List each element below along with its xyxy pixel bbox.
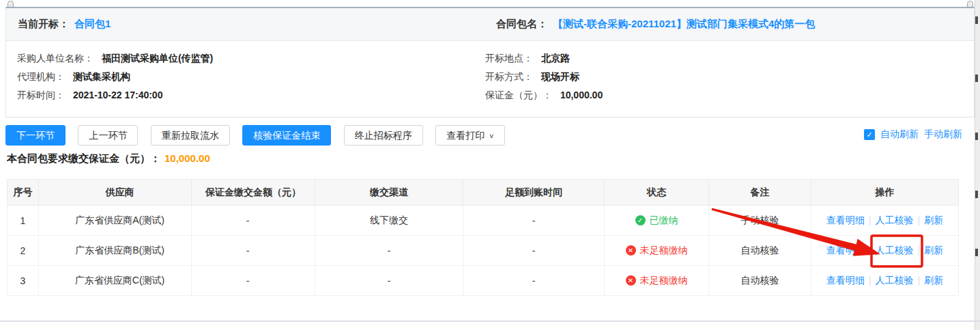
remark-cell: 自动核验 — [709, 266, 811, 296]
right-edge-strip — [975, 0, 980, 330]
opening-time-label: 开标时间： — [17, 90, 65, 100]
deposit-amount-cell: - — [192, 206, 315, 236]
refresh-link[interactable]: 刷新 — [924, 275, 943, 286]
payment-channel-cell: 线下缴交 — [315, 206, 463, 236]
opening-time-row: 开标时间： 2021-10-22 17:40:00 — [17, 86, 485, 105]
auto-refresh-checkbox[interactable]: ✓ — [864, 129, 875, 140]
status-text: 未足额缴纳 — [640, 245, 688, 257]
remark-cell: 手动核验 — [709, 206, 811, 236]
col-supplier: 供应商 — [39, 180, 192, 206]
agency-label: 代理机构： — [17, 71, 65, 82]
status-badge: ✓已缴纳 — [635, 215, 678, 227]
row-index: 3 — [8, 266, 39, 296]
col-index: 序号 — [8, 180, 39, 206]
deposit-amount-cell: - — [192, 266, 315, 296]
x-circle-icon: ✕ — [626, 275, 636, 286]
toolbar: 下一环节 上一环节 重新拉取流水 核验保证金结束 终止招标程序 查看打印∨ ✓ … — [5, 125, 975, 146]
previous-step-button[interactable]: 上一环节 — [78, 125, 138, 146]
purchaser-row: 采购人单位名称： 福田测试采购单位(传监管) — [17, 49, 485, 68]
terminate-bidding-button[interactable]: 终止招标程序 — [344, 125, 423, 146]
package-name-link[interactable]: 【测试-联合采购-20211021】测试部门集采模式4的第一包 — [553, 18, 815, 31]
next-step-button[interactable]: 下一环节 — [5, 125, 66, 146]
status-text: 未足额缴纳 — [640, 275, 688, 287]
supplier-name: 广东省供应商B(测试) — [39, 236, 192, 266]
suppliers-table: 序号 供应商 保证金缴交金额（元） 缴交渠道 足额到账时间 状态 备注 操作 1… — [7, 179, 959, 296]
required-deposit-amount: 10,000.00 — [164, 152, 210, 164]
opening-place-value: 北京路 — [541, 53, 570, 64]
view-detail-link[interactable]: 查看明细 — [826, 215, 865, 225]
opening-time-value: 2021-10-22 17:40:00 — [73, 90, 163, 100]
manual-verify-link[interactable]: 人工核验 — [876, 215, 914, 225]
refresh-link[interactable]: 刷新 — [924, 245, 943, 256]
panel-body: 采购人单位名称： 福田测试采购单位(传监管) 代理机构： 测试集采机构 开标时间… — [6, 41, 974, 117]
payment-channel-cell: - — [315, 266, 463, 296]
opening-method-label: 开标方式： — [485, 71, 533, 82]
agency-row: 代理机构： 测试集采机构 — [17, 68, 485, 86]
chevron-down-icon: ∨ — [489, 128, 494, 144]
table-row: 2 广东省供应商B(测试) - - - ✕未足额缴纳 自动核验 查看明细|人工核… — [8, 236, 959, 266]
repull-transactions-button[interactable]: 重新拉取流水 — [151, 125, 230, 146]
status-badge: ✕未足额缴纳 — [626, 275, 688, 287]
purchaser-value: 福田测试采购单位(传监管) — [102, 53, 213, 64]
contract-package-panel: 当前开标： 合同包1 合同包名： 【测试-联合采购-20211021】测试部门集… — [5, 7, 975, 118]
payment-channel-cell: - — [315, 236, 463, 266]
bid-opening-page: 当前开标： 合同包1 合同包名： 【测试-联合采购-20211021】测试部门集… — [0, 0, 980, 330]
opening-place-label: 开标地点： — [485, 53, 533, 64]
view-detail-link[interactable]: 查看明细 — [826, 275, 865, 286]
remark-cell: 自动核验 — [709, 236, 811, 266]
deposit-label: 保证金（元）： — [485, 90, 552, 100]
panel-header: 当前开标： 合同包1 合同包名： 【测试-联合采购-20211021】测试部门集… — [6, 8, 974, 41]
arrival-time-cell: - — [463, 236, 605, 266]
refresh-link[interactable]: 刷新 — [924, 215, 943, 225]
opening-place-row: 开标地点： 北京路 — [485, 49, 974, 68]
table-row: 3 广东省供应商C(测试) - - - ✕未足额缴纳 自动核验 查看明细|人工核… — [8, 266, 959, 296]
col-remark: 备注 — [709, 180, 811, 206]
status-text: 已缴纳 — [650, 215, 678, 227]
x-circle-icon: ✕ — [626, 245, 636, 256]
supplier-name: 广东省供应商C(测试) — [39, 266, 192, 296]
deposit-amount-cell: - — [192, 236, 315, 266]
opening-method-row: 开标方式： 现场开标 — [485, 68, 974, 86]
refresh-group: ✓ 自动刷新 手动刷新 — [864, 128, 968, 141]
arrival-time-cell: - — [463, 266, 605, 296]
bottom-divider — [0, 320, 980, 322]
auto-refresh-label[interactable]: 自动刷新 — [880, 128, 919, 141]
deposit-value: 10,000.00 — [560, 90, 603, 100]
col-status: 状态 — [605, 180, 709, 206]
arrival-time-cell: - — [463, 206, 605, 236]
row-index: 2 — [8, 236, 39, 266]
table-row: 1 广东省供应商A(测试) - 线下缴交 - ✓已缴纳 手动核验 查看明细|人工… — [8, 206, 959, 236]
view-detail-link[interactable]: 查看明细 — [826, 245, 865, 256]
package-name-label: 合同包名： — [496, 18, 547, 31]
col-amount: 保证金缴交金额（元） — [192, 180, 315, 206]
manual-refresh-link[interactable]: 手动刷新 — [924, 128, 962, 141]
agency-value: 测试集采机构 — [73, 71, 130, 82]
supplier-name: 广东省供应商A(测试) — [39, 206, 192, 236]
deposit-row: 保证金（元）： 10,000.00 — [485, 86, 974, 105]
current-package-link[interactable]: 合同包1 — [74, 18, 111, 31]
col-operations: 操作 — [811, 180, 959, 206]
manual-verify-link-highlighted[interactable]: 人工核验 — [876, 245, 914, 256]
status-badge: ✕未足额缴纳 — [626, 245, 688, 257]
row-index: 1 — [8, 206, 39, 236]
required-deposit-line: 本合同包要求缴交保证金（元）：10,000.00 — [7, 152, 210, 165]
table-header-row: 序号 供应商 保证金缴交金额（元） 缴交渠道 足额到账时间 状态 备注 操作 — [8, 180, 959, 206]
col-arrival-time: 足额到账时间 — [463, 180, 605, 206]
view-print-button[interactable]: 查看打印∨ — [435, 125, 505, 146]
manual-verify-link[interactable]: 人工核验 — [876, 275, 914, 286]
purchaser-label: 采购人单位名称： — [17, 53, 93, 64]
required-deposit-label: 本合同包要求缴交保证金（元）： — [7, 152, 160, 164]
current-opening-label: 当前开标： — [18, 18, 69, 31]
check-circle-icon: ✓ — [635, 215, 646, 225]
opening-method-value: 现场开标 — [541, 71, 579, 82]
col-channel: 缴交渠道 — [315, 180, 463, 206]
finish-deposit-check-button[interactable]: 核验保证金结束 — [242, 125, 331, 146]
